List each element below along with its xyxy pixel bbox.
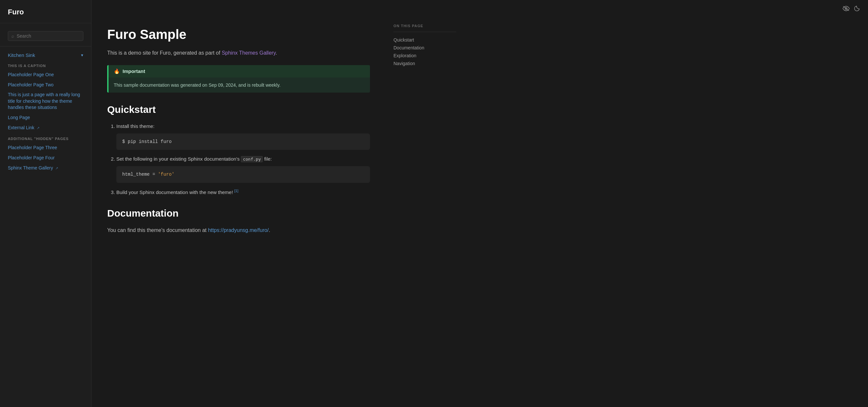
main-header	[92, 0, 868, 19]
documentation-heading: Documentation	[107, 207, 370, 220]
flame-icon: 🔥	[114, 68, 120, 74]
dark-mode-icon[interactable]	[854, 5, 860, 13]
step-2: Set the following in your existing Sphin…	[116, 155, 370, 182]
quickstart-heading: Quickstart	[107, 103, 370, 116]
sidebar-item-sphinx-theme-gallery[interactable]: Sphinx Theme Gallery ↗	[0, 163, 91, 173]
external-link-icon-2: ↗	[55, 166, 58, 170]
page-title: Furo Sample	[107, 27, 370, 42]
step-2-text: Set the following in your existing Sphin…	[116, 155, 370, 163]
sidebar-item-long-title[interactable]: This is just a page with a really long t…	[0, 90, 91, 113]
intro-text-after: .	[276, 50, 277, 56]
step-1-text: Install this theme:	[116, 122, 370, 130]
accessibility-icon[interactable]	[842, 5, 850, 13]
toc-sidebar: ON THIS PAGE Quickstart Documentation Ex…	[385, 19, 464, 407]
main-area: Furo Sample This is a demo site for Furo…	[92, 0, 868, 407]
brand-name: Furo	[8, 8, 24, 16]
toc-link-quickstart[interactable]: Quickstart	[394, 36, 456, 44]
toc-link-exploration[interactable]: Exploration	[394, 52, 456, 60]
sidebar-item-external-link[interactable]: External Link ↗	[0, 123, 91, 133]
toc-link-navigation[interactable]: Navigation	[394, 60, 456, 67]
sidebar-item-long-page[interactable]: Long Page	[0, 113, 91, 123]
sidebar: Furo ⌕ Kitchen Sink ▾ THIS IS A CAPTION …	[0, 0, 92, 407]
toc-title: ON THIS PAGE	[394, 24, 456, 28]
search-input[interactable]	[17, 33, 80, 38]
sphinx-themes-gallery-link[interactable]: Sphinx Themes Gallery	[222, 50, 276, 56]
step-1: Install this theme: $ pip install furo	[116, 122, 370, 150]
sidebar-item-placeholder-two[interactable]: Placeholder Page Two	[0, 80, 91, 90]
search-box[interactable]: ⌕	[8, 31, 83, 41]
step-2-code: html_theme = 'furo'	[116, 166, 370, 182]
documentation-paragraph: You can find this theme's documentation …	[107, 226, 370, 235]
steps-list: Install this theme: $ pip install furo S…	[107, 122, 370, 196]
sidebar-brand: Furo	[0, 8, 91, 23]
sidebar-item-placeholder-four[interactable]: Placeholder Page Four	[0, 153, 91, 163]
intro-paragraph: This is a demo site for Furo, generated …	[107, 49, 370, 57]
toc-separator	[394, 32, 456, 32]
kitchen-sink-link[interactable]: Kitchen Sink ▾	[0, 50, 91, 60]
step-1-code: $ pip install furo	[116, 134, 370, 150]
caption-two-title: ADDITIONAL "HIDDEN" PAGES	[0, 133, 91, 143]
step-3: Build your Sphinx documentation with the…	[116, 188, 370, 196]
external-link-icon: ↗	[37, 126, 39, 130]
sidebar-nav: Kitchen Sink ▾ THIS IS A CAPTION Placeho…	[0, 50, 91, 178]
furo-docs-link[interactable]: https://pradyunsg.me/furo/	[208, 227, 269, 233]
admonition-title: 🔥 Important	[108, 65, 370, 78]
admonition-title-text: Important	[123, 68, 145, 74]
search-container: ⌕	[0, 28, 91, 47]
intro-text-before: This is a demo site for Furo, generated …	[107, 50, 222, 56]
content-toc-wrapper: Furo Sample This is a demo site for Furo…	[92, 19, 868, 407]
conf-py-inline: conf.py	[241, 156, 263, 162]
footnote-ref-1[interactable]: [1]	[234, 189, 238, 193]
sidebar-item-placeholder-one[interactable]: Placeholder Page One	[0, 70, 91, 80]
main-content: Furo Sample This is a demo site for Furo…	[92, 19, 385, 407]
toc-link-documentation[interactable]: Documentation	[394, 44, 456, 52]
caption-one-title: THIS IS A CAPTION	[0, 60, 91, 70]
important-admonition: 🔥 Important This sample documentation wa…	[107, 65, 370, 93]
search-icon: ⌕	[11, 33, 14, 38]
kitchen-sink-label: Kitchen Sink	[8, 52, 35, 58]
chevron-down-icon: ▾	[81, 53, 83, 58]
sidebar-item-placeholder-three[interactable]: Placeholder Page Three	[0, 143, 91, 153]
admonition-body: This sample documentation was generated …	[108, 78, 370, 93]
